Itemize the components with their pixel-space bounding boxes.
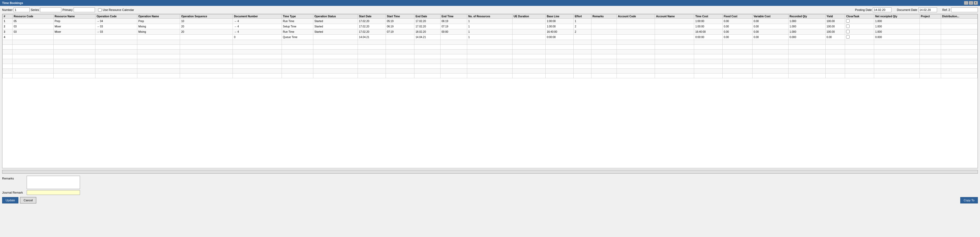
- ref2-input[interactable]: [951, 8, 978, 12]
- minimize-button[interactable]: –: [964, 1, 968, 5]
- table-cell[interactable]: 07:19: [386, 29, 414, 35]
- table-cell[interactable]: 0: [233, 35, 282, 40]
- table-cell[interactable]: [845, 19, 874, 24]
- maximize-button[interactable]: □: [969, 1, 973, 5]
- table-cell[interactable]: 1: [467, 24, 512, 29]
- horizontal-scrollbar[interactable]: [2, 170, 978, 174]
- table-cell[interactable]: 20: [180, 24, 233, 29]
- table-cell[interactable]: 16:40:00: [546, 29, 574, 35]
- table-cell[interactable]: [512, 29, 546, 35]
- table-row[interactable]: 203Mixer→ 03Mixing20→ 4Setup TimeStarted…: [3, 24, 978, 29]
- table-row[interactable]: 303Mixer→ 03Mixing20→ 4Run TimeStarted17…: [3, 29, 978, 35]
- table-cell[interactable]: 0.00: [722, 29, 752, 35]
- table-cell[interactable]: [313, 35, 358, 40]
- table-cell[interactable]: Mixer: [53, 29, 95, 35]
- table-cell[interactable]: 14.04.21: [414, 35, 441, 40]
- table-cell[interactable]: 05: [13, 19, 53, 24]
- table-cell[interactable]: 0:00:00: [694, 35, 723, 40]
- table-cell[interactable]: → 4: [233, 24, 282, 29]
- table-cell[interactable]: [617, 35, 655, 40]
- close-task-checkbox[interactable]: [846, 35, 850, 39]
- table-cell[interactable]: 3: [3, 29, 13, 35]
- table-cell[interactable]: 4: [3, 35, 13, 40]
- close-task-checkbox[interactable]: [846, 19, 850, 23]
- table-cell[interactable]: Mixer: [53, 24, 95, 29]
- table-cell[interactable]: → 4: [233, 19, 282, 24]
- table-cell[interactable]: 0.00: [722, 24, 752, 29]
- table-cell[interactable]: 1: [574, 19, 591, 24]
- table-cell[interactable]: [591, 29, 617, 35]
- table-cell[interactable]: [920, 35, 941, 40]
- table-cell[interactable]: 1:00:00: [546, 19, 574, 24]
- table-cell[interactable]: 2: [574, 24, 591, 29]
- table-cell[interactable]: 17.02.20: [358, 24, 386, 29]
- table-cell[interactable]: [655, 35, 694, 40]
- table-cell[interactable]: [845, 29, 874, 35]
- table-cell[interactable]: 06:19: [440, 19, 467, 24]
- table-cell[interactable]: 1:00:00: [694, 19, 723, 24]
- table-cell[interactable]: [591, 24, 617, 29]
- table-cell[interactable]: [617, 19, 655, 24]
- table-cell[interactable]: 17.02.20: [414, 19, 441, 24]
- table-cell[interactable]: 2: [574, 29, 591, 35]
- table-cell[interactable]: 1.000: [874, 29, 920, 35]
- close-task-checkbox[interactable]: [846, 30, 850, 33]
- table-cell[interactable]: Started: [313, 19, 358, 24]
- posting-date-input[interactable]: [873, 8, 891, 12]
- table-cell[interactable]: [941, 35, 977, 40]
- table-cell[interactable]: 100.00: [825, 24, 845, 29]
- table-cell[interactable]: 18.02.20: [414, 29, 441, 35]
- table-cell[interactable]: 2: [3, 24, 13, 29]
- copy-to-button[interactable]: Copy To: [960, 197, 978, 204]
- table-cell[interactable]: [13, 35, 53, 40]
- table-cell[interactable]: [591, 35, 617, 40]
- document-date-input[interactable]: [918, 8, 937, 12]
- table-cell[interactable]: [920, 19, 941, 24]
- table-cell[interactable]: Run Time: [282, 29, 313, 35]
- table-cell[interactable]: [53, 35, 95, 40]
- table-cell[interactable]: 1: [467, 29, 512, 35]
- table-cell[interactable]: 0.00: [722, 19, 752, 24]
- table-row[interactable]: 40Queue Time14.04.2114.04.2110:00:000:00…: [3, 35, 978, 40]
- table-cell[interactable]: [512, 24, 546, 29]
- table-row[interactable]: 105Prep→ 04Prep10→ 4Run TimeStarted17.02…: [3, 19, 978, 24]
- close-task-checkbox[interactable]: [846, 25, 850, 28]
- table-cell[interactable]: [591, 19, 617, 24]
- table-cell[interactable]: 0.000: [874, 35, 920, 40]
- table-cell[interactable]: 1:00:00: [546, 24, 574, 29]
- table-cell[interactable]: [655, 29, 694, 35]
- table-cell[interactable]: [617, 29, 655, 35]
- table-cell[interactable]: Prep: [137, 19, 180, 24]
- table-cell[interactable]: 0.00: [752, 29, 788, 35]
- table-cell[interactable]: [440, 35, 467, 40]
- table-cell[interactable]: Mixing: [137, 24, 180, 29]
- table-cell[interactable]: Started: [313, 29, 358, 35]
- table-cell[interactable]: 17.02.20: [358, 29, 386, 35]
- table-cell[interactable]: 03: [13, 29, 53, 35]
- table-cell[interactable]: 20: [180, 29, 233, 35]
- table-cell[interactable]: 100.00: [825, 19, 845, 24]
- table-cell[interactable]: → 4: [233, 29, 282, 35]
- table-cell[interactable]: [920, 29, 941, 35]
- table-cell[interactable]: [512, 35, 546, 40]
- table-cell[interactable]: 1:00:00: [694, 24, 723, 29]
- table-cell[interactable]: 07:19: [440, 24, 467, 29]
- table-cell[interactable]: 16:40:00: [694, 29, 723, 35]
- table-cell[interactable]: Queue Time: [282, 35, 313, 40]
- table-cell[interactable]: [845, 35, 874, 40]
- table-cell[interactable]: 0.00: [752, 35, 788, 40]
- table-cell[interactable]: 10: [180, 19, 233, 24]
- table-cell[interactable]: [617, 24, 655, 29]
- table-cell[interactable]: 0.00: [752, 24, 788, 29]
- table-cell[interactable]: Prep: [53, 19, 95, 24]
- table-cell[interactable]: 0.000: [788, 35, 825, 40]
- table-cell[interactable]: 00:00: [440, 29, 467, 35]
- table-cell[interactable]: Started: [313, 24, 358, 29]
- table-cell[interactable]: 1.000: [788, 29, 825, 35]
- table-cell[interactable]: [941, 24, 977, 29]
- table-cell[interactable]: 1: [467, 19, 512, 24]
- table-cell[interactable]: [386, 35, 414, 40]
- table-cell[interactable]: [941, 29, 977, 35]
- table-cell[interactable]: 14.04.21: [358, 35, 386, 40]
- series-input[interactable]: [40, 8, 61, 12]
